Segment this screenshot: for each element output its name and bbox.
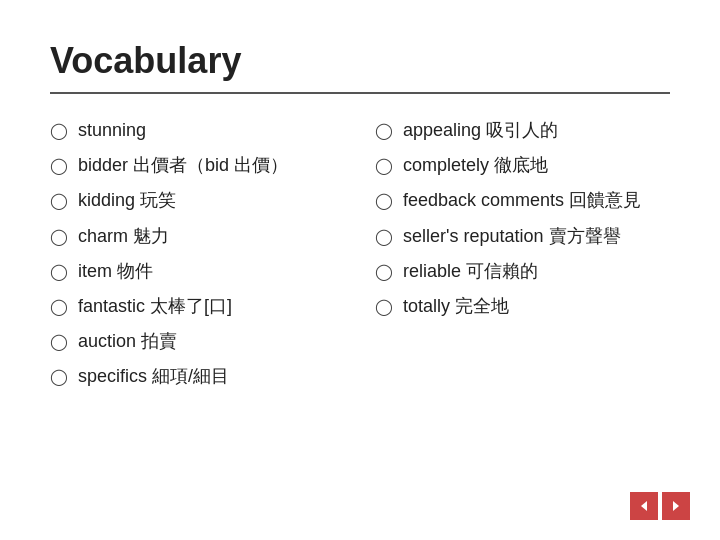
prev-button[interactable] — [630, 492, 658, 520]
list-item: ◯bidder 出價者（bid 出價） — [50, 153, 345, 178]
bullet-icon: ◯ — [375, 190, 393, 212]
bullet-icon: ◯ — [50, 366, 68, 388]
left-column: ◯stunning◯bidder 出價者（bid 出價）◯kidding 玩笑◯… — [50, 118, 345, 400]
list-item: ◯completely 徹底地 — [375, 153, 670, 178]
divider — [50, 92, 670, 94]
bullet-icon: ◯ — [50, 190, 68, 212]
list-item: ◯kidding 玩笑 — [50, 188, 345, 213]
item-text: auction 拍賣 — [78, 329, 345, 354]
next-button[interactable] — [662, 492, 690, 520]
right-vocab-list: ◯appealing 吸引人的◯completely 徹底地◯feedback … — [375, 118, 670, 319]
bullet-icon: ◯ — [50, 261, 68, 283]
left-vocab-list: ◯stunning◯bidder 出價者（bid 出價）◯kidding 玩笑◯… — [50, 118, 345, 390]
item-text: stunning — [78, 118, 345, 143]
bullet-icon: ◯ — [375, 261, 393, 283]
prev-icon — [641, 501, 647, 511]
page-title: Vocabulary — [50, 40, 670, 82]
item-text: completely 徹底地 — [403, 153, 670, 178]
item-text: item 物件 — [78, 259, 345, 284]
item-text: feedback comments 回饋意見 — [403, 188, 670, 213]
bullet-icon: ◯ — [50, 296, 68, 318]
item-text: seller's reputation 賣方聲譽 — [403, 224, 670, 249]
item-text: totally 完全地 — [403, 294, 670, 319]
item-text: fantastic 太棒了[口] — [78, 294, 345, 319]
bullet-icon: ◯ — [50, 155, 68, 177]
columns: ◯stunning◯bidder 出價者（bid 出價）◯kidding 玩笑◯… — [50, 118, 670, 400]
bullet-icon: ◯ — [50, 331, 68, 353]
item-text: bidder 出價者（bid 出價） — [78, 153, 345, 178]
list-item: ◯reliable 可信賴的 — [375, 259, 670, 284]
list-item: ◯seller's reputation 賣方聲譽 — [375, 224, 670, 249]
bullet-icon: ◯ — [50, 226, 68, 248]
item-text: reliable 可信賴的 — [403, 259, 670, 284]
list-item: ◯specifics 細項/細目 — [50, 364, 345, 389]
item-text: charm 魅力 — [78, 224, 345, 249]
list-item: ◯stunning — [50, 118, 345, 143]
next-icon — [673, 501, 679, 511]
bullet-icon: ◯ — [375, 296, 393, 318]
list-item: ◯charm 魅力 — [50, 224, 345, 249]
item-text: kidding 玩笑 — [78, 188, 345, 213]
list-item: ◯totally 完全地 — [375, 294, 670, 319]
slide: Vocabulary ◯stunning◯bidder 出價者（bid 出價）◯… — [0, 0, 720, 540]
list-item: ◯auction 拍賣 — [50, 329, 345, 354]
item-text: appealing 吸引人的 — [403, 118, 670, 143]
bullet-icon: ◯ — [375, 120, 393, 142]
navigation-arrows — [630, 492, 690, 520]
bullet-icon: ◯ — [375, 155, 393, 177]
list-item: ◯fantastic 太棒了[口] — [50, 294, 345, 319]
list-item: ◯appealing 吸引人的 — [375, 118, 670, 143]
bullet-icon: ◯ — [375, 226, 393, 248]
list-item: ◯feedback comments 回饋意見 — [375, 188, 670, 213]
item-text: specifics 細項/細目 — [78, 364, 345, 389]
bullet-icon: ◯ — [50, 120, 68, 142]
list-item: ◯item 物件 — [50, 259, 345, 284]
right-column: ◯appealing 吸引人的◯completely 徹底地◯feedback … — [375, 118, 670, 400]
